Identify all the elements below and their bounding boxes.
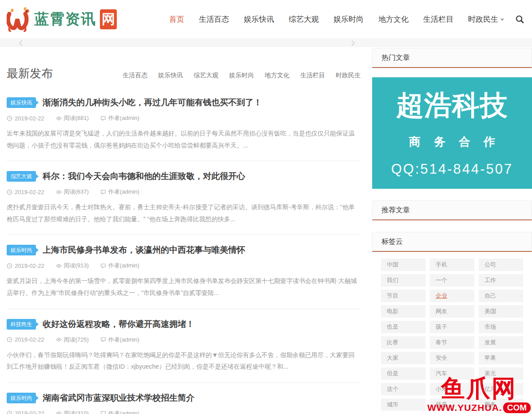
comment-icon (100, 115, 106, 121)
nav-item-politics[interactable]: 时政民生 (468, 14, 504, 24)
carousel-next-button[interactable]: › (351, 36, 355, 48)
watermark-com-badge: COM (503, 402, 531, 413)
article-item: 综艺大观 科尔：我们今天会向韦德和他的生涯致敬，对此很开心 2019-02-22… (7, 161, 361, 235)
tag-link[interactable]: 比赛 (381, 336, 425, 349)
recommend-articles-box: 推荐文章 (372, 200, 532, 220)
filter-ent-fashion[interactable]: 娱乐时尚 (229, 72, 254, 80)
eye-icon (56, 337, 62, 342)
tag-cloud-title: 标签云 (372, 232, 532, 252)
article-title-link[interactable]: 上海市民修身书单发布，谈瀛州的中西花事与唯美情怀 (43, 244, 245, 256)
search-button[interactable] (516, 15, 524, 24)
tag-link[interactable]: 手机 (430, 259, 474, 271)
dragon-logo-icon (7, 6, 32, 32)
tag-link[interactable]: 苹果 (479, 352, 523, 364)
article-date: 2019-02-22 (7, 115, 44, 122)
latest-section-header: 最新发布 生活百态 娱乐快讯 综艺大观 娱乐时尚 地方文化 生活栏目 时政民生 (7, 66, 361, 88)
article-title-link[interactable]: 收好这份返程攻略，帮你避开高速拥堵！ (43, 318, 195, 330)
filter-variety[interactable]: 综艺大观 (194, 72, 218, 80)
filter-ent-news[interactable]: 娱乐快讯 (158, 72, 183, 80)
article-title-link[interactable]: 湖南省武冈市蓝深职业技术学校招生简介 (43, 392, 195, 404)
nav-item-life-column[interactable]: 生活栏目 (423, 14, 453, 24)
clock-icon (7, 263, 12, 269)
category-badge[interactable]: 娱乐时尚 (7, 393, 36, 403)
search-icon (516, 15, 524, 24)
latest-title: 最新发布 (7, 66, 53, 81)
tag-link[interactable]: 美国 (479, 305, 523, 318)
article-item: 娱乐快讯 渐渐消失的几种街头小吃，再过几年可能有钱也买不到了！ 2019-02-… (7, 88, 361, 161)
article-title-link[interactable]: 渐渐消失的几种街头小吃，再过几年可能有钱也买不到了！ (43, 97, 262, 108)
nav-item-home[interactable]: 首页 (169, 14, 184, 24)
tag-link[interactable]: 也是 (381, 321, 425, 333)
tag-link[interactable]: 我们 (381, 274, 425, 287)
article-date: 2019-02-22 (7, 410, 44, 414)
tag-link[interactable]: 公司 (479, 259, 523, 271)
article-excerpt: 壹贰月柒日，上海今冬的第一场雪中，贰零壹捌年第四季度上海市民修身书单发布会静安区… (7, 275, 361, 299)
article-meta: 2019-02-22 阅读(881) 作者(admin) (7, 114, 361, 122)
tag-link[interactable]: 但是 (381, 367, 425, 380)
tag-link[interactable]: 电影 (381, 305, 425, 318)
nav-item-life[interactable]: 生活百态 (199, 14, 229, 24)
article-reads: 阅读(725) (56, 336, 89, 344)
tag-link[interactable]: 春节 (430, 336, 474, 349)
tag-link-highlighted[interactable]: 企业 (430, 290, 474, 302)
clock-icon (7, 337, 12, 342)
article-reads: 阅读(913) (56, 262, 89, 270)
tag-link[interactable]: 孩子 (430, 321, 474, 333)
main-nav: 首页 生活百态 娱乐快讯 综艺大观 娱乐时尚 地方文化 生活栏目 时政民生 (169, 14, 504, 24)
eye-icon (56, 115, 62, 121)
ad-cooperation-text: 商务合作 (376, 134, 528, 150)
article-excerpt: 小伙伴们，春节假期玩得嗨吗？吃得爽吗？在家吃饱喝足的你是不是这样的▼但无论你有多… (7, 349, 361, 373)
tag-link[interactable]: 安全 (430, 352, 474, 364)
filter-life-column[interactable]: 生活栏目 (300, 72, 325, 80)
tag-link[interactable]: 市场 (479, 321, 523, 333)
clock-icon (7, 410, 12, 414)
tag-link[interactable]: 城市 (381, 398, 425, 411)
article-reads: 阅读(637) (56, 188, 89, 196)
category-badge[interactable]: 娱乐时尚 (7, 245, 36, 255)
article-meta: 2019-02-22 阅读(913) 作者(admin) (7, 262, 361, 270)
filter-politics[interactable]: 时政民生 (336, 72, 361, 80)
recommend-articles-title: 推荐文章 (372, 200, 532, 220)
article-date: 2019-02-22 (7, 263, 44, 269)
site-logo[interactable]: 蓝霄资讯 网 (7, 6, 117, 32)
sponsor-ad-banner[interactable]: 超浩科技 商务合作 QQ:514-844-507 (372, 77, 532, 189)
eye-icon (56, 263, 62, 269)
tag-link[interactable]: 中国 (381, 259, 425, 271)
article-item: 娱乐时尚 湖南省武冈市蓝深职业技术学校招生简介 2019-02-22 阅读(31… (7, 383, 361, 414)
filter-local-culture[interactable]: 地方文化 (265, 72, 290, 80)
comment-icon (100, 410, 106, 414)
tag-link[interactable]: 节目 (381, 290, 425, 302)
filter-life[interactable]: 生活百态 (123, 72, 147, 80)
category-badge[interactable]: 娱乐快讯 (7, 97, 36, 108)
tag-link[interactable]: 发展 (479, 336, 523, 349)
category-badge[interactable]: 科技民生 (7, 319, 36, 330)
article-excerpt: 近年来我国的发展可谓是突飞猛进，人们的生活条件越来越好。以前的日子每天虽然不用担… (7, 127, 361, 151)
article-title-link[interactable]: 科尔：我们今天会向韦德和他的生涯致敬，对此很开心 (43, 171, 245, 182)
article-item: 科技民生 收好这份返程攻略，帮你避开高速拥堵！ 2019-02-22 阅读(72… (7, 309, 361, 383)
watermark-url: WWW.YUZHUA. COM (427, 402, 531, 413)
article-reads: 阅读(881) (56, 114, 89, 122)
logo-brand-text: 蓝霄资讯 (34, 9, 96, 29)
article-author: 作者(admin) (100, 336, 139, 344)
article-meta: 2019-02-22 阅读(310) 作者(admin) (7, 410, 361, 414)
logo-suffix-badge: 网 (100, 9, 117, 29)
tag-link[interactable]: 一个 (430, 274, 474, 287)
hot-articles-title: 热门文章 (372, 48, 532, 68)
tag-link[interactable]: 网友 (430, 305, 474, 318)
article-meta: 2019-02-22 阅读(725) 作者(admin) (7, 336, 361, 344)
carousel-prev-button[interactable]: ‹ (19, 36, 23, 48)
nav-item-ent-news[interactable]: 娱乐快讯 (244, 14, 274, 24)
eye-icon (56, 410, 62, 414)
nav-item-variety[interactable]: 综艺大观 (289, 14, 319, 24)
nav-item-local-culture[interactable]: 地方文化 (378, 14, 409, 24)
ad-qq-contact: QQ:514-844-507 (376, 161, 528, 177)
category-badge[interactable]: 综艺大观 (7, 171, 36, 182)
nav-item-ent-fashion[interactable]: 娱乐时尚 (333, 14, 364, 24)
tag-link[interactable]: 这个 (381, 383, 425, 395)
tag-link[interactable]: 大家 (381, 352, 425, 364)
tag-link[interactable]: 工作 (479, 274, 523, 287)
tag-link[interactable]: 自己 (479, 290, 523, 302)
clock-icon (7, 115, 12, 121)
eye-icon (56, 189, 62, 195)
comment-icon (100, 263, 106, 269)
